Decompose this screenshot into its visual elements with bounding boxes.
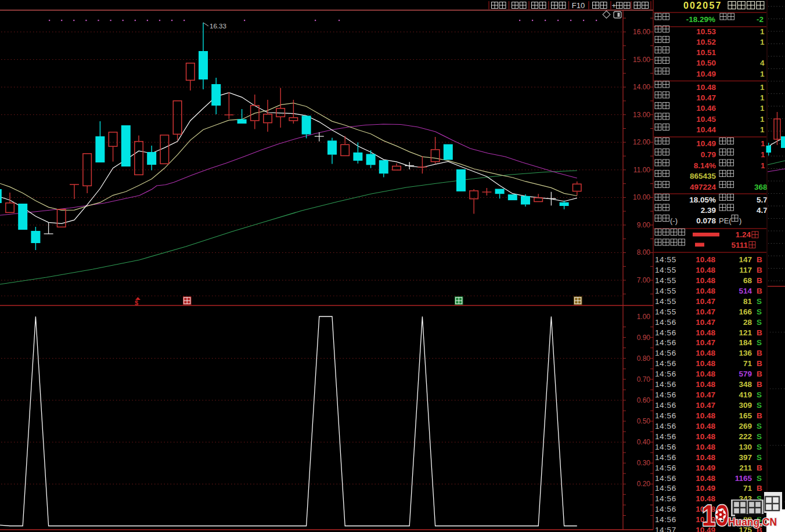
svg-text:14:56: 14:56	[655, 443, 676, 451]
svg-text:10.48: 10.48	[696, 255, 715, 264]
svg-text:10.44: 10.44	[696, 125, 716, 134]
svg-text:14:56: 14:56	[655, 390, 676, 399]
svg-text:10.48: 10.48	[696, 276, 715, 285]
svg-text:1: 1	[760, 115, 765, 124]
svg-text:F10: F10	[572, 1, 585, 10]
svg-text:0.40: 0.40	[637, 438, 651, 446]
svg-text:S: S	[757, 307, 762, 316]
svg-text:+: +	[612, 1, 617, 10]
svg-text:71: 71	[743, 359, 752, 368]
svg-text:368: 368	[754, 183, 768, 191]
svg-text:-2: -2	[757, 15, 764, 24]
svg-text:0.60: 0.60	[637, 396, 651, 404]
svg-text:10.47: 10.47	[696, 338, 715, 347]
svg-text:8.00: 8.00	[637, 248, 651, 256]
svg-text:0.80: 0.80	[637, 354, 651, 363]
svg-text:S: S	[757, 401, 762, 410]
svg-text:0.90: 0.90	[637, 334, 651, 342]
svg-text:10.48: 10.48	[696, 380, 715, 389]
svg-text:14:55: 14:55	[655, 287, 676, 295]
svg-text:1: 1	[760, 104, 765, 113]
svg-text:165: 165	[739, 411, 752, 420]
svg-text:0.70: 0.70	[637, 375, 651, 383]
svg-text:B: B	[757, 411, 762, 420]
svg-text:14:56: 14:56	[655, 515, 676, 524]
svg-text:002057: 002057	[683, 1, 722, 10]
svg-text:14:56: 14:56	[655, 494, 676, 503]
svg-text:4: 4	[760, 59, 765, 67]
svg-text:10.49: 10.49	[696, 139, 716, 148]
svg-text:10.45: 10.45	[696, 115, 716, 124]
svg-text:514: 514	[739, 287, 752, 295]
svg-text:14:56: 14:56	[655, 338, 676, 347]
svg-text:1: 1	[760, 27, 765, 36]
svg-text:579: 579	[739, 370, 752, 378]
svg-text:15.00: 15.00	[633, 56, 650, 64]
svg-text:10.48: 10.48	[696, 422, 715, 430]
svg-text:12.00: 12.00	[633, 138, 650, 146]
svg-text:10.50: 10.50	[696, 59, 716, 67]
svg-text:S: S	[757, 453, 762, 462]
svg-text:10.49: 10.49	[696, 484, 715, 493]
svg-text:10.47: 10.47	[696, 318, 715, 327]
svg-text:222: 222	[739, 432, 752, 441]
svg-text:10.48: 10.48	[696, 370, 715, 378]
svg-text:B: B	[757, 484, 762, 493]
svg-text:419: 419	[739, 390, 752, 399]
svg-text:1: 1	[760, 70, 765, 78]
svg-text:10.48: 10.48	[696, 266, 715, 274]
svg-text:(-): (-)	[670, 216, 678, 225]
svg-text:18.05%: 18.05%	[689, 196, 716, 204]
svg-text:B: B	[757, 287, 762, 295]
svg-text:117: 117	[739, 266, 752, 274]
svg-text:11.00: 11.00	[633, 166, 650, 174]
svg-text:348: 348	[739, 380, 752, 389]
svg-text:B: B	[757, 328, 762, 337]
svg-text:14:55: 14:55	[655, 297, 676, 306]
svg-text:269: 269	[739, 422, 752, 430]
svg-text:14:56: 14:56	[655, 422, 676, 430]
svg-text:S: S	[757, 318, 762, 327]
svg-text:PE(: PE(	[719, 216, 732, 225]
svg-text:1: 1	[761, 139, 765, 148]
svg-text:14:56: 14:56	[655, 318, 676, 327]
svg-text:10.48: 10.48	[696, 411, 715, 420]
svg-text:16.00: 16.00	[633, 28, 650, 36]
svg-text:10.46: 10.46	[696, 104, 716, 113]
svg-text:14:55: 14:55	[655, 276, 676, 285]
svg-text:14:56: 14:56	[655, 484, 676, 493]
svg-text:81: 81	[743, 297, 752, 306]
svg-text:7.00: 7.00	[637, 276, 651, 284]
svg-text:14:56: 14:56	[655, 505, 676, 513]
svg-text:S: S	[757, 422, 762, 430]
svg-text:14:55: 14:55	[655, 307, 676, 316]
svg-text:S: S	[757, 432, 762, 441]
svg-text:5111: 5111	[731, 241, 748, 249]
svg-text:68: 68	[743, 276, 752, 285]
svg-text:14:56: 14:56	[655, 432, 676, 441]
svg-text:0.20: 0.20	[637, 480, 651, 488]
svg-text:10.48: 10.48	[696, 474, 715, 483]
svg-text:B: B	[757, 255, 762, 264]
svg-text:S: S	[757, 474, 762, 483]
svg-text:4.7: 4.7	[757, 206, 768, 215]
svg-text:10.48: 10.48	[696, 453, 715, 462]
svg-text:14.00: 14.00	[633, 83, 650, 91]
svg-text:B: B	[757, 266, 762, 274]
svg-text:10.47: 10.47	[696, 401, 715, 410]
svg-text:28: 28	[743, 318, 752, 327]
svg-text:14:56: 14:56	[655, 370, 676, 378]
svg-text:14:56: 14:56	[655, 380, 676, 389]
svg-text:5.7: 5.7	[757, 196, 768, 204]
svg-text:14:56: 14:56	[655, 453, 676, 462]
svg-text:16.33: 16.33	[210, 23, 226, 30]
svg-text:10.48: 10.48	[696, 287, 715, 295]
svg-text:121: 121	[739, 328, 752, 337]
svg-text:B: B	[757, 349, 762, 357]
svg-text:S: S	[757, 390, 762, 399]
svg-text:14:56: 14:56	[655, 328, 676, 337]
svg-text:0.50: 0.50	[637, 417, 651, 425]
svg-text:1165: 1165	[735, 474, 752, 483]
svg-text:13.00: 13.00	[633, 111, 650, 119]
svg-text:1: 1	[760, 83, 765, 92]
